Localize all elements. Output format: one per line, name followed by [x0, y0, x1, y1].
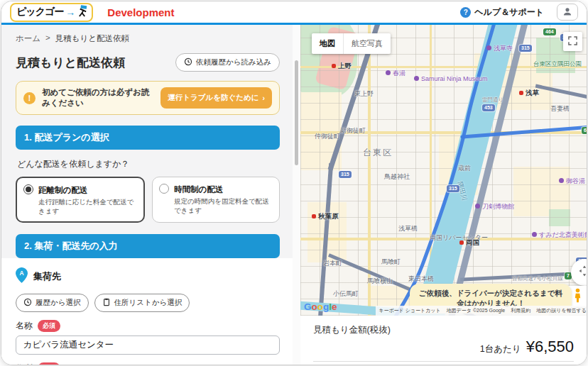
map-label: 新御徒町 — [340, 126, 366, 135]
logo-text: ピックゴー — [16, 6, 63, 18]
load-from-history-button[interactable]: 依頼履歴から読み込み — [175, 53, 280, 72]
chevron-right-icon: › — [263, 94, 266, 102]
address-field-label: 住所 — [16, 362, 33, 365]
map-label: 馬喰横山 — [367, 277, 393, 286]
map-label: 蔵前 — [458, 164, 471, 173]
attribution-item[interactable]: 利用規約 — [508, 306, 533, 316]
first-time-notice: ！ 初めてご依頼の方は必ずお読みください 運行トラブルを防ぐために › — [16, 81, 280, 115]
order-form-panel: ホーム > 見積もりと配送依頼 見積もりと配送依頼 依頼履歴から読み込み ！ 初… — [1, 25, 293, 365]
road-shield: 315 — [519, 45, 532, 52]
plan-option-desc: 規定の時間内を固定料金で配送できます — [174, 197, 273, 216]
environment-label: Development — [107, 6, 174, 18]
radio-icon — [23, 184, 33, 194]
question-circle-icon: ? — [460, 7, 471, 18]
app-window: ピックゴー → Development ? ヘルプ＆サポート ホーム > 見積も… — [1, 1, 587, 365]
estimate-panel: 見積もり金額(税抜) 1台あたり¥6,550 推定距離 / 時間7km / 0時… — [300, 316, 587, 365]
required-badge: 必須 — [38, 362, 60, 365]
pan-arrows-icon — [577, 264, 587, 281]
plan-option-time[interactable]: 時間制の配送 規定の時間内を固定料金で配送できます — [152, 177, 280, 223]
breadcrumb-home[interactable]: ホーム — [16, 33, 40, 44]
exclamation-icon: ！ — [23, 92, 36, 104]
page-title: 見積もりと配送依頼 — [16, 55, 125, 71]
map-label: Samurai Ninja Museum — [414, 75, 488, 82]
map-label: 秋葉原 — [312, 212, 339, 221]
map-label: 小伝馬町 — [333, 289, 359, 299]
runner-icon — [77, 5, 87, 20]
map-label: 仲御徒町 — [315, 132, 340, 141]
map-type-control: 地図 航空写真 — [312, 33, 391, 54]
map-label: 東日本橋 — [408, 274, 434, 284]
breadcrumb-current: 見積もりと配送依頼 — [55, 33, 129, 44]
svg-text:A: A — [19, 270, 23, 277]
select-from-history-button[interactable]: 履歴から選択 — [16, 294, 89, 312]
breadcrumb-separator: > — [45, 33, 50, 44]
pickgo-logo[interactable]: ピックゴー → — [10, 3, 93, 22]
map-label: 春湯 — [386, 69, 405, 78]
google-logo: Google — [304, 301, 337, 312]
select-from-address-list-label: 住所リストから選択 — [114, 298, 183, 308]
attribution-item[interactable]: 地図データ ©2025 Google — [444, 306, 508, 316]
prevent-trouble-label: 運行トラブルを防ぐために — [168, 93, 258, 103]
road-shield: 6 — [582, 127, 587, 134]
map-label: 台東区立隅田公園 — [533, 60, 582, 69]
map-label: 首都高速7号小松川線 — [512, 275, 563, 282]
select-from-history-label: 履歴から選択 — [36, 298, 81, 308]
plan-option-label: 時間制の配送 — [174, 185, 223, 194]
logo-arrow-icon: → — [65, 6, 75, 18]
map-canvas[interactable]: 上野台東区春湯Samurai Ninja Museum浅草寺浅草台東区立隅田公園… — [300, 25, 587, 316]
estimate-label: 見積もり金額(税抜) — [313, 324, 574, 336]
account-button[interactable] — [557, 4, 578, 21]
history-clock-icon — [23, 298, 32, 308]
estimate-price: ¥6,550 — [526, 338, 574, 355]
map-label: 馬喰町 — [381, 257, 401, 267]
prevent-trouble-button[interactable]: 運行トラブルを防ぐために › — [160, 87, 272, 109]
pegman-icon — [573, 288, 582, 306]
road-shield: 453 — [482, 104, 495, 111]
per-unit-label: 1台あたり — [480, 344, 521, 354]
map-label: 浅草橋 — [398, 224, 418, 233]
road-shield: 464 — [543, 28, 556, 35]
clipboard-icon — [102, 298, 111, 308]
plan-question: どんな配送を依頼しますか？ — [17, 158, 278, 170]
map-label: 岩本町 — [323, 259, 342, 268]
map-label: 両国 — [459, 238, 479, 248]
top-header: ピックゴー → Development ? ヘルプ＆サポート — [1, 1, 587, 25]
plan-options: 距離制の配送 走行距離に応じた料金で配送できます 時間制の配送 規定の時間内を固… — [16, 177, 280, 223]
map-label: 浅草寺 — [486, 44, 513, 53]
map-label: 吾妻橋 — [550, 104, 570, 113]
map-label: 刀剣博物館 — [475, 202, 514, 211]
plan-option-desc: 走行距離に応じた料金で配送できます — [38, 198, 137, 216]
plan-option-label: 距離制の配送 — [38, 186, 87, 194]
required-badge: 必須 — [38, 320, 60, 332]
map-label: 東上野 — [354, 89, 374, 99]
attribution-item[interactable]: 地図の誤りを報告する — [533, 306, 587, 316]
pickup-card: A 集荷先 履歴から選択 — [1, 258, 293, 365]
fullscreen-icon — [568, 35, 577, 48]
map-label: 御谷湯 — [559, 177, 585, 186]
plan-option-distance[interactable]: 距離制の配送 走行距離に応じた料金で配送できます — [16, 177, 145, 223]
scrollbar-thumb[interactable] — [295, 60, 298, 165]
load-from-history-label: 依頼履歴から読み込み — [196, 57, 271, 67]
map-label: 上野 — [332, 62, 352, 71]
section1-header: 1. 配送プランの選択 — [16, 126, 280, 150]
history-clock-icon — [184, 57, 192, 67]
map-type-satellite-button[interactable]: 航空写真 — [343, 33, 391, 54]
form-scrollbar[interactable] — [293, 25, 300, 365]
map-type-map-button[interactable]: 地図 — [312, 33, 343, 54]
map-attribution: キーボード ショートカット地図データ ©2025 Google利用規約地図の誤り… — [376, 306, 587, 316]
fullscreen-button[interactable] — [563, 32, 582, 51]
notice-text: 初めてご依頼の方は必ずお読みください — [42, 87, 154, 109]
map-label: すみだ北斎美術館 — [532, 231, 587, 240]
attribution-item[interactable]: キーボード ショートカット — [376, 306, 443, 316]
person-icon — [562, 6, 572, 18]
road-shield: 315 — [339, 171, 352, 178]
breadcrumb: ホーム > 見積もりと配送依頼 — [16, 33, 280, 44]
help-support-link[interactable]: ? ヘルプ＆サポート — [460, 6, 544, 18]
pickup-name-input[interactable] — [16, 336, 280, 355]
pin-a-icon: A — [16, 267, 28, 286]
map-label: 鳥越神社 — [384, 172, 410, 182]
map-label: 雷門通り — [482, 96, 503, 104]
select-from-address-list-button[interactable]: 住所リストから選択 — [94, 294, 190, 312]
section2-header: 2. 集荷・配送先の入力 — [16, 234, 280, 258]
map-label: 台東区 — [363, 147, 393, 159]
